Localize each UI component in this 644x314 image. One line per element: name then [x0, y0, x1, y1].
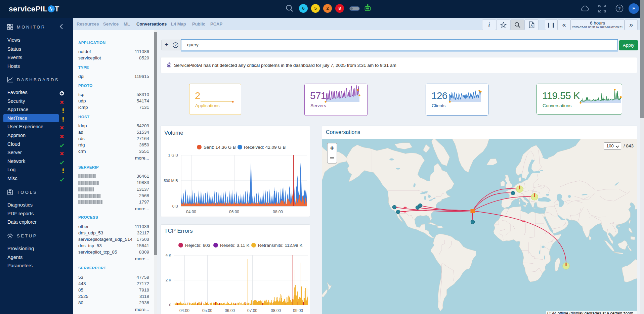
svg-text:?: ?	[618, 6, 621, 11]
svg-text:A: A	[530, 24, 533, 27]
svg-text:?: ?	[174, 43, 176, 47]
